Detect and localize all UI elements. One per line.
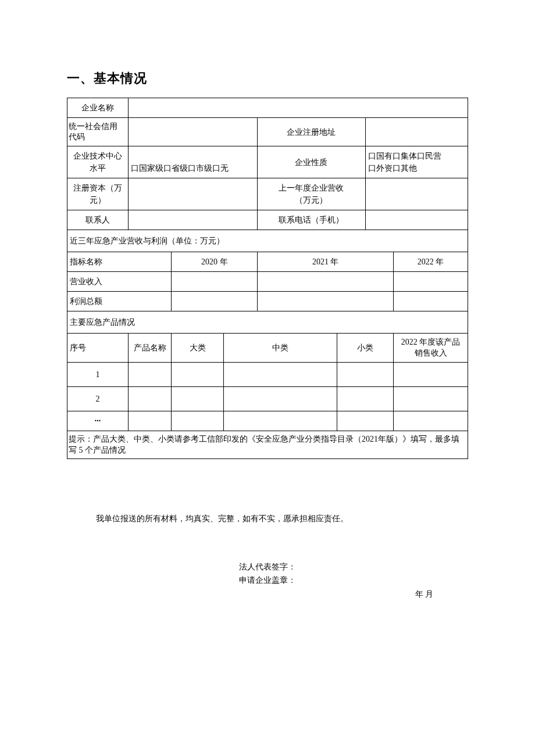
label-y2021: 2021 年 — [258, 252, 394, 272]
label-prev-revenue: 上一年度企业营收 （万元） — [258, 178, 365, 210]
field-income-2021[interactable] — [258, 272, 394, 292]
product-section-header: 主要应急产品情况 — [67, 311, 468, 334]
field-profit-2021[interactable] — [258, 292, 394, 311]
field-nature-checkboxes[interactable]: 口国有口集体口民营 口外资口其他 — [365, 146, 468, 178]
seq-more: ··· — [67, 411, 129, 431]
field-cat-large-2[interactable] — [172, 386, 224, 411]
label-cat-large: 大类 — [172, 334, 224, 362]
product-row: 2 — [67, 386, 468, 411]
label-indicator: 指标名称 — [67, 252, 172, 272]
field-sales-more[interactable] — [394, 411, 468, 431]
field-profit-2020[interactable] — [172, 292, 258, 311]
field-cat-small-1[interactable] — [337, 362, 393, 386]
date-line: 年 月 — [67, 589, 468, 600]
label-company-name: 企业名称 — [67, 98, 129, 118]
declaration-text: 我单位报送的所有材料，均真实、完整，如有不实，愿承担相应责任。 — [67, 511, 468, 526]
field-contact[interactable] — [129, 210, 258, 230]
field-sales-2[interactable] — [394, 386, 468, 411]
label-y2020: 2020 年 — [172, 252, 258, 272]
field-company-name[interactable] — [129, 98, 468, 118]
field-contact-phone[interactable] — [365, 210, 468, 230]
field-sales-1[interactable] — [394, 362, 468, 386]
field-tech-center-checkboxes[interactable]: 口国家级口省级口市级口无 — [129, 146, 258, 178]
label-sales-2022: 2022 年度该产品 销售收入 — [394, 334, 468, 362]
field-income-2022[interactable] — [394, 272, 468, 292]
label-tech-center: 企业技术中心 水平 — [67, 146, 129, 178]
seq-2: 2 — [67, 386, 129, 411]
field-product-name-more[interactable] — [129, 411, 172, 431]
label-cat-mid: 中类 — [224, 334, 337, 362]
product-row: 1 — [67, 362, 468, 386]
field-reg-addr[interactable] — [365, 118, 468, 146]
label-operating-income: 营业收入 — [67, 272, 172, 292]
field-prev-revenue[interactable] — [365, 178, 468, 210]
label-nature: 企业性质 — [258, 146, 365, 178]
field-cat-mid-2[interactable] — [224, 386, 337, 411]
field-usci[interactable] — [129, 118, 258, 146]
label-reg-addr: 企业注册地址 — [258, 118, 365, 146]
legal-rep-sign: 法人代表签字： — [67, 561, 468, 574]
field-income-2020[interactable] — [172, 272, 258, 292]
field-cat-mid-1[interactable] — [224, 362, 337, 386]
field-cat-mid-more[interactable] — [224, 411, 337, 431]
label-y2022: 2022 年 — [394, 252, 468, 272]
label-reg-capital: 注册资本（万 元） — [67, 178, 129, 210]
label-product-name: 产品名称 — [129, 334, 172, 362]
field-product-name-2[interactable] — [129, 386, 172, 411]
field-cat-small-more[interactable] — [337, 411, 393, 431]
label-contact-phone: 联系电话（手机） — [258, 210, 365, 230]
tip-row: 提示：产品大类、中类、小类请参考工信部印发的《安全应急产业分类指导目录（2021… — [67, 431, 468, 458]
field-cat-small-2[interactable] — [337, 386, 393, 411]
basic-info-table: 企业名称 统一社会信用代码 企业注册地址 企业技术中心 水平 口国家级口省级口市… — [67, 98, 468, 459]
field-cat-large-1[interactable] — [172, 362, 224, 386]
field-profit-2022[interactable] — [394, 292, 468, 311]
field-product-name-1[interactable] — [129, 362, 172, 386]
label-contact: 联系人 — [67, 210, 129, 230]
label-seq: 序号 — [67, 334, 129, 362]
label-usci: 统一社会信用代码 — [67, 118, 129, 146]
label-total-profit: 利润总额 — [67, 292, 172, 311]
three-year-header: 近三年应急产业营收与利润（单位：万元） — [67, 230, 468, 252]
section-heading: 一、基本情况 — [67, 70, 468, 87]
signature-block: 法人代表签字： 申请企业盖章： — [67, 561, 468, 587]
field-reg-capital[interactable] — [129, 178, 258, 210]
label-cat-small: 小类 — [337, 334, 393, 362]
field-cat-large-more[interactable] — [172, 411, 224, 431]
seq-1: 1 — [67, 362, 129, 386]
company-stamp: 申请企业盖章： — [67, 574, 468, 587]
product-row: ··· — [67, 411, 468, 431]
